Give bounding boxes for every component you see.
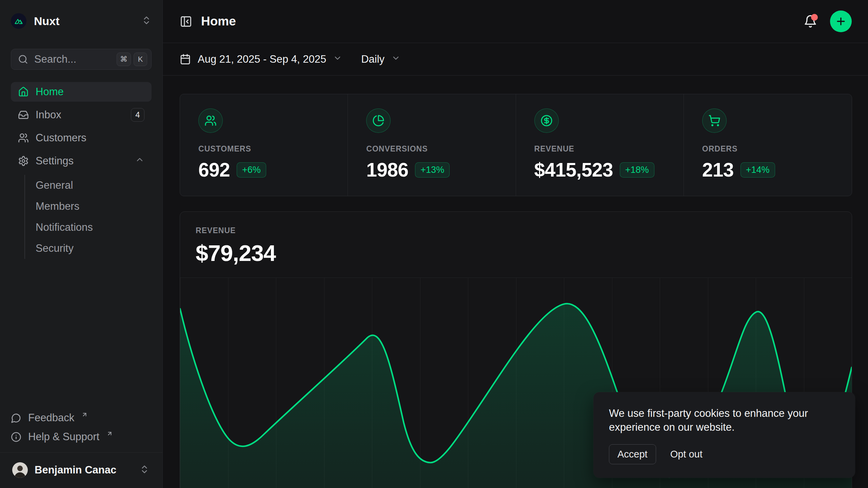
search-icon [18,54,28,64]
sidebar-item-settings[interactable]: Settings [11,151,152,171]
stat-label: REVENUE [534,144,665,154]
sidebar-nav: Home Inbox 4 Customers Settings General [11,82,152,259]
period-value: Daily [361,53,384,65]
search-input[interactable]: Search... ⌘ K [11,49,152,70]
inbox-count-badge: 4 [131,108,144,122]
new-item-button[interactable] [830,11,852,32]
calendar-icon [180,54,191,65]
users-icon [18,133,29,143]
chevron-down-icon [333,53,342,65]
stats-card: CUSTOMERS 692 +6% CONVERSIONS 1986 +13% [180,94,852,196]
sidebar-item-security[interactable]: Security [36,238,152,259]
plus-icon [835,16,847,27]
users-icon [204,115,217,127]
cookie-actions: Accept Opt out [609,444,840,464]
period-select[interactable]: Daily [361,53,400,65]
footer-link-label: Help & Support [28,431,99,443]
filters-toolbar: Aug 21, 2025 - Sep 4, 2025 Daily [163,43,868,76]
stat-customers: CUSTOMERS 692 +6% [180,94,348,196]
sidebar-spacer [11,259,152,408]
stat-change-badge: +14% [741,162,775,178]
unread-dot [811,14,818,21]
sidebar-item-customers[interactable]: Customers [11,128,152,148]
team-name: Nuxt [34,15,60,28]
user-name: Benjamin Canac [35,464,116,476]
chart-title: REVENUE [196,226,836,235]
avatar [12,462,28,478]
stat-value: 213 [702,159,734,181]
sidebar: Nuxt Search... ⌘ K Home Inbox 4 [0,0,163,488]
notifications-button[interactable] [804,15,817,28]
chevron-down-icon [391,53,400,65]
sidebar-item-inbox[interactable]: Inbox 4 [11,105,152,125]
info-circle-icon [11,432,21,442]
revenue-chart-header: REVENUE $79,234 [180,212,852,278]
sidebar-item-label: Settings [36,155,74,167]
search-shortcut: ⌘ K [117,53,147,66]
stat-label: ORDERS [702,144,833,154]
kbd-cmd: ⌘ [117,53,131,66]
stat-change-badge: +18% [620,162,654,178]
panel-left-close-icon [180,15,192,28]
chart-current-value: $79,234 [196,240,836,266]
date-range-value: Aug 21, 2025 - Sep 4, 2025 [198,53,326,65]
stat-value: 692 [198,159,230,181]
search-placeholder: Search... [34,53,76,65]
accept-cookies-button[interactable]: Accept [609,444,656,464]
sidebar-item-home[interactable]: Home [11,82,152,102]
sidebar-item-notifications[interactable]: Notifications [36,217,152,238]
page-title: Home [201,14,236,28]
sidebar-item-general[interactable]: General [36,175,152,196]
footer-link-label: Feedback [28,412,74,424]
cookie-banner: We use first-party cookies to enhance yo… [593,392,855,478]
sidebar-item-label: Customers [36,132,86,144]
chevrons-up-down-icon [141,15,152,27]
kbd-k: K [134,53,147,66]
sidebar-item-members[interactable]: Members [36,196,152,217]
sidebar-divider [0,452,162,453]
date-range-picker[interactable]: Aug 21, 2025 - Sep 4, 2025 [180,53,342,65]
stat-label: CUSTOMERS [198,144,329,154]
nuxt-logo-icon [11,13,26,29]
external-link-icon [81,408,88,421]
sidebar-item-label: Inbox [36,109,61,121]
stat-label: CONVERSIONS [366,144,497,154]
inbox-icon [18,109,29,120]
stat-value: $415,523 [534,159,613,181]
chevron-up-icon [135,155,144,167]
stat-orders: ORDERS 213 +14% [684,94,852,196]
opt-out-button[interactable]: Opt out [670,449,703,460]
settings-subnav: General Members Notifications Security [24,175,152,259]
chevrons-up-down-icon [139,464,150,476]
dollar-circle-icon [540,115,553,127]
stat-change-badge: +6% [237,162,266,178]
stat-revenue: REVENUE $415,523 +18% [516,94,684,196]
app-root: Nuxt Search... ⌘ K Home Inbox 4 [0,0,868,488]
help-support-link[interactable]: Help & Support [11,427,152,446]
home-icon [18,86,29,97]
feedback-link[interactable]: Feedback [11,408,152,427]
page-header: Home [163,0,868,43]
collapse-sidebar-button[interactable] [180,15,192,28]
shopping-cart-icon [708,115,721,127]
header-actions [804,11,852,32]
external-link-icon [106,427,113,440]
user-menu[interactable]: Benjamin Canac [11,457,152,483]
chat-bubble-icon [11,413,21,423]
pie-chart-icon [372,115,384,127]
team-switcher[interactable]: Nuxt [11,13,152,29]
stat-change-badge: +13% [415,162,450,178]
stat-value: 1986 [366,159,408,181]
cookie-message: We use first-party cookies to enhance yo… [609,406,826,434]
stat-conversions: CONVERSIONS 1986 +13% [348,94,516,196]
sidebar-item-label: Home [36,86,64,98]
gear-icon [18,156,29,166]
